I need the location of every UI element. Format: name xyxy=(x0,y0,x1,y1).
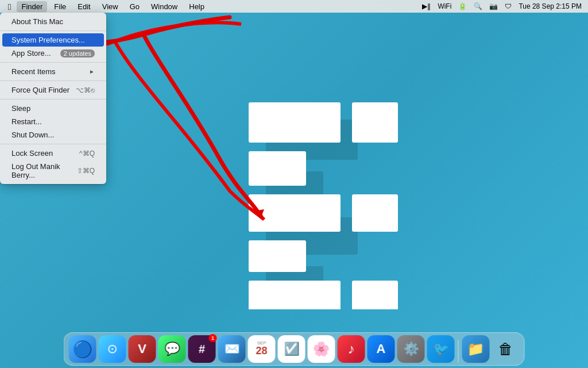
submenu-arrow-icon: ► xyxy=(89,68,95,75)
dock-item-music[interactable]: ♪ xyxy=(338,335,365,363)
menubar-window[interactable]: Window xyxy=(146,1,182,12)
dock-separator xyxy=(458,340,459,363)
menu-item-lockscreen[interactable]: Lock Screen ^⌘Q xyxy=(2,147,104,160)
menubar-help[interactable]: Help xyxy=(184,1,209,12)
menu-item-shutdown[interactable]: Shut Down... xyxy=(2,128,104,141)
desktop:  Finder File Edit View Go Window Help ▶… xyxy=(0,0,588,368)
menubar:  Finder File Edit View Go Window Help ▶… xyxy=(0,0,588,13)
menu-item-restart-label: Restart... xyxy=(11,117,42,126)
search-icon[interactable]: 🔍 xyxy=(472,2,484,10)
menu-item-logout-label: Log Out Manik Berry... xyxy=(11,162,77,179)
vpn-icon[interactable]: 🛡 xyxy=(503,2,513,10)
datetime: Tue 28 Sep 2:15 PM xyxy=(517,2,583,10)
menu-separator-4 xyxy=(0,99,106,99)
appstore-badge: 2 updates xyxy=(60,49,95,57)
menu-item-forcequit[interactable]: Force Quit Finder ⌥⌘⎋ xyxy=(2,83,104,97)
apple-menu-button[interactable]:  xyxy=(5,1,14,13)
dock-item-mail[interactable]: ✉️ xyxy=(218,335,246,363)
control-center-icon[interactable]: ▶‖ xyxy=(420,2,432,10)
slack-badge: 1 xyxy=(209,334,217,342)
svg-rect-7 xyxy=(249,102,341,143)
menu-separator-5 xyxy=(0,144,106,144)
menubar-view[interactable]: View xyxy=(98,1,123,12)
menu-item-appstore-label: App Store... xyxy=(11,49,51,57)
menu-item-sleep-label: Sleep xyxy=(11,104,30,113)
menu-separator-1 xyxy=(0,30,106,31)
dock: 🔵 ⊙ V 💬 # 1 ✉️ SEP 28 ☑️ 🌸 ♪ xyxy=(64,332,525,366)
logout-shortcut: ⇧⌘Q xyxy=(77,167,95,175)
svg-rect-14 xyxy=(352,281,398,309)
menu-item-forcequit-label: Force Quit Finder xyxy=(11,86,69,94)
menu-item-about[interactable]: About This Mac xyxy=(2,15,104,28)
menu-item-recent[interactable]: Recent Items ► xyxy=(2,65,104,78)
svg-rect-10 xyxy=(249,194,341,232)
menubar-right: ▶‖ WiFi 🔋 🔍 📷 🛡 Tue 28 Sep 2:15 PM xyxy=(420,2,583,10)
menu-separator-2 xyxy=(0,62,106,63)
menubar-edit[interactable]: Edit xyxy=(73,1,95,12)
forcequit-shortcut: ⌥⌘⎋ xyxy=(76,86,95,94)
dock-item-finder[interactable]: 🔵 xyxy=(69,335,96,363)
dock-item-messages[interactable]: 💬 xyxy=(158,335,186,363)
menu-separator-3 xyxy=(0,80,106,81)
menu-item-restart[interactable]: Restart... xyxy=(2,115,104,128)
wifi-icon[interactable]: WiFi xyxy=(436,2,453,10)
desktop-logo xyxy=(214,56,432,312)
menu-item-recent-label: Recent Items xyxy=(11,67,56,76)
menu-item-logout[interactable]: Log Out Manik Berry... ⇧⌘Q xyxy=(2,160,104,182)
svg-rect-11 xyxy=(352,194,398,232)
dock-item-trash[interactable]: 🗑 xyxy=(492,335,520,363)
svg-rect-9 xyxy=(249,151,306,186)
menu-item-shutdown-label: Shut Down... xyxy=(11,131,54,139)
dock-item-sysprefs[interactable]: ⚙️ xyxy=(397,335,425,363)
menu-item-sysprefs[interactable]: System Preferences... xyxy=(2,33,104,47)
menu-item-sleep[interactable]: Sleep xyxy=(2,102,104,115)
apple-dropdown-menu: About This Mac System Preferences... App… xyxy=(0,13,106,184)
dock-item-twitter[interactable]: 🐦 xyxy=(427,335,455,363)
lockscreen-shortcut: ^⌘Q xyxy=(79,150,95,158)
svg-rect-13 xyxy=(249,281,341,309)
menubar-file[interactable]: File xyxy=(49,1,71,12)
dock-item-reminders[interactable]: ☑️ xyxy=(278,335,305,363)
menu-item-lockscreen-label: Lock Screen xyxy=(11,149,53,158)
menu-item-sysprefs-label: System Preferences... xyxy=(11,36,85,44)
svg-rect-8 xyxy=(352,102,398,143)
dock-item-photos[interactable]: 🌸 xyxy=(308,335,335,363)
dock-item-appstore[interactable]: A xyxy=(368,335,395,363)
svg-rect-12 xyxy=(249,240,306,272)
dock-item-calendar[interactable]: SEP 28 xyxy=(248,335,276,363)
dock-item-vivaldi[interactable]: V xyxy=(129,335,156,363)
menubar-finder[interactable]: Finder xyxy=(17,1,47,12)
dock-item-downloads[interactable]: 📁 xyxy=(462,335,490,363)
battery-icon[interactable]: 🔋 xyxy=(457,2,469,10)
menu-item-appstore[interactable]: App Store... 2 updates xyxy=(2,47,104,60)
dock-item-slack[interactable]: # 1 xyxy=(188,335,216,363)
menubar-go[interactable]: Go xyxy=(125,1,144,12)
screenshot-icon[interactable]: 📷 xyxy=(488,2,500,10)
dock-item-safari[interactable]: ⊙ xyxy=(99,335,126,363)
